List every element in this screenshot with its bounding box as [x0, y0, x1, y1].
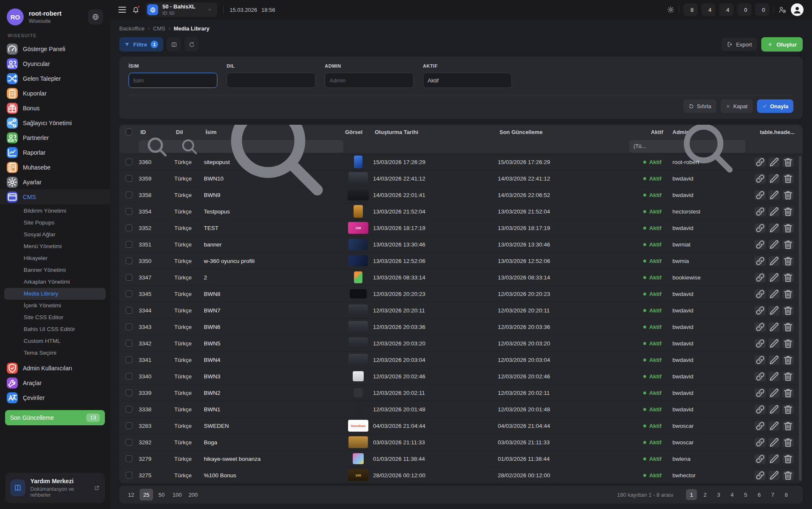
edit-button[interactable] [768, 421, 780, 431]
edit-button[interactable] [768, 372, 780, 381]
media-thumbnail[interactable] [350, 289, 367, 298]
media-thumbnail[interactable] [348, 436, 368, 448]
delete-button[interactable] [782, 405, 794, 414]
row-checkbox[interactable] [126, 241, 132, 248]
next-page-button[interactable] [794, 494, 798, 495]
media-thumbnail[interactable] [354, 205, 363, 218]
badge-bonus-requests[interactable]: 4 [719, 3, 733, 16]
row-checkbox[interactable] [126, 439, 132, 446]
row-checkbox[interactable] [126, 224, 132, 231]
sidebar-item-saglayici-yonetimi[interactable]: Sağlayıcı Yönetimi [0, 115, 110, 130]
col-aktif[interactable]: Aktif [629, 129, 667, 135]
delete-button[interactable] [782, 273, 794, 282]
copy-link-button[interactable] [754, 471, 766, 480]
sidebar-item-partnerler[interactable]: Partnerler [0, 130, 110, 145]
notifications-bell-button[interactable] [132, 6, 140, 14]
user-sessions-button[interactable] [778, 5, 787, 14]
page-size-25[interactable]: 25 [140, 489, 153, 501]
admin-input[interactable] [325, 73, 414, 88]
admin-column-filter[interactable] [667, 140, 746, 153]
delete-button[interactable] [782, 207, 794, 216]
delete-button[interactable] [782, 223, 794, 233]
breadcrumb-item-cms[interactable]: CMS [153, 25, 165, 32]
page-8-button[interactable]: 8 [781, 489, 792, 500]
table-row[interactable]: 3341TürkçeBWN412/03/2026 20:03:0412/03/2… [119, 351, 803, 368]
page-4-button[interactable]: 4 [727, 489, 738, 500]
hamburger-menu-button[interactable] [118, 7, 126, 13]
badge-support-messages[interactable]: 0 [737, 3, 752, 16]
edit-button[interactable] [768, 471, 780, 480]
table-row[interactable]: 3343TürkçeBWN612/03/2026 20:03:3612/03/2… [119, 318, 803, 335]
table-row[interactable]: 3347Türkçe213/03/2026 08:33:1413/03/2026… [119, 269, 803, 285]
media-thumbnail[interactable] [354, 388, 363, 397]
row-checkbox[interactable] [126, 422, 132, 429]
delete-button[interactable] [782, 190, 794, 200]
copy-link-button[interactable] [754, 273, 766, 282]
table-row[interactable]: 3339TürkçeBWN212/03/2026 20:02:1112/03/2… [119, 384, 803, 401]
row-checkbox[interactable] [126, 257, 132, 264]
delete-button[interactable] [782, 157, 794, 167]
sidebar-item-oyuncular[interactable]: Oyuncular [0, 56, 110, 71]
sidebar-item-cms[interactable]: CMS [0, 189, 110, 204]
row-checkbox[interactable] [126, 208, 132, 215]
edit-button[interactable] [768, 355, 780, 365]
sidebar-subitem-banner-yonetimi[interactable]: Banner Yönetimi [4, 264, 106, 276]
edit-button[interactable] [768, 289, 780, 299]
copy-link-button[interactable] [754, 306, 766, 315]
copy-link-button[interactable] [754, 421, 766, 431]
badge-deposits[interactable]: 8 [683, 3, 698, 16]
sidebar-item-ceviriler[interactable]: Çeviriler [0, 390, 110, 405]
media-thumbnail[interactable]: Swedban [348, 420, 368, 432]
row-checkbox[interactable] [126, 389, 132, 396]
copy-link-button[interactable] [754, 289, 766, 299]
page-6-button[interactable]: 6 [754, 489, 765, 500]
copy-link-button[interactable] [754, 454, 766, 464]
media-thumbnail[interactable] [348, 239, 368, 250]
row-checkbox[interactable] [126, 455, 132, 462]
select-all-checkbox[interactable] [126, 129, 132, 135]
edit-button[interactable] [768, 438, 780, 447]
delete-button[interactable] [782, 388, 794, 398]
table-row[interactable]: 3283TürkçeSWEDENSwedban04/03/2026 21:04:… [119, 417, 803, 434]
page-5-button[interactable]: 5 [740, 489, 751, 500]
media-thumbnail[interactable]: 100 [348, 222, 368, 234]
copy-link-button[interactable] [754, 256, 766, 266]
export-button[interactable]: Export [721, 38, 757, 51]
col-gorsel[interactable]: Görsel [343, 129, 373, 135]
copy-link-button[interactable] [754, 388, 766, 398]
sidebar-subitem-bildirim-yonetimi[interactable]: Bildirim Yönetimi [4, 205, 106, 217]
edit-button[interactable] [768, 388, 780, 398]
page-size-200[interactable]: 200 [186, 489, 200, 501]
delete-button[interactable] [782, 454, 794, 464]
apply-button[interactable]: Onayla [757, 99, 793, 113]
aktif-select[interactable]: Aktif [423, 73, 512, 88]
profile-avatar-button[interactable] [791, 3, 804, 16]
copy-link-button[interactable] [754, 405, 766, 414]
id-column-filter[interactable] [139, 140, 174, 153]
sidebar-subitem-sosyal-aglar[interactable]: Sosyal Ağlar [4, 229, 106, 241]
table-row[interactable]: 3342TürkçeBWN512/03/2026 20:03:2012/03/2… [119, 335, 803, 351]
table-row[interactable]: 3351Türkçebanner13/03/2026 13:30:4613/03… [119, 236, 803, 252]
badge-calls[interactable]: 0 [755, 3, 769, 16]
media-thumbnail[interactable] [348, 321, 368, 333]
aktif-column-filter[interactable]: (Tü... [629, 140, 667, 153]
sidebar-subitem-site-css-editor[interactable]: Site CSS Editor [4, 312, 106, 323]
row-checkbox[interactable] [126, 175, 132, 182]
edit-button[interactable] [768, 339, 780, 348]
copy-link-button[interactable] [754, 207, 766, 216]
page-1-button[interactable]: 1 [686, 489, 697, 500]
breadcrumb-item-backoffice[interactable]: Backoffice [119, 25, 145, 32]
sidebar-item-araclar[interactable]: Araçlar [0, 375, 110, 390]
delete-button[interactable] [782, 438, 794, 447]
table-row[interactable]: 3344TürkçeBWN712/03/2026 20:20:1112/03/2… [119, 302, 803, 318]
copy-link-button[interactable] [754, 438, 766, 447]
table-row[interactable]: 3345TürkçeBWN812/03/2026 20:20:2312/03/2… [119, 285, 803, 302]
table-scrollbar[interactable] [799, 156, 801, 481]
sidebar-subitem-media-library[interactable]: Media Library [4, 288, 106, 300]
delete-button[interactable] [782, 240, 794, 249]
sidebar-item-gosterge-paneli[interactable]: Gösterge Paneli [0, 41, 110, 56]
row-checkbox[interactable] [126, 323, 132, 330]
page-7-button[interactable]: 7 [767, 489, 778, 500]
delete-button[interactable] [782, 372, 794, 381]
copy-link-button[interactable] [754, 223, 766, 233]
